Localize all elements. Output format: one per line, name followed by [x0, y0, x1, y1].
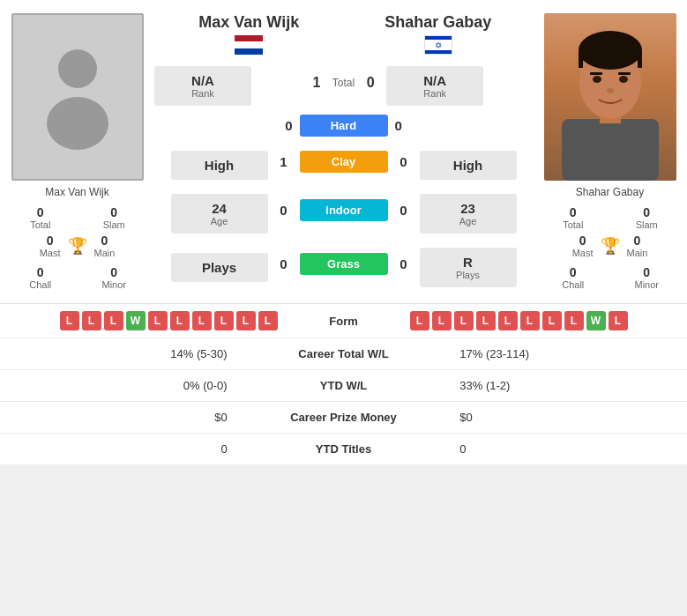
clay-score-left: 1: [275, 154, 293, 169]
hard-right-score-container: 0: [388, 118, 534, 133]
left-career-wl: 14% (5-30): [0, 338, 241, 370]
right-slam-stat: 0 Slam: [616, 205, 679, 230]
right-age-label: Age: [430, 216, 506, 226]
left-rank-value: N/A: [165, 73, 241, 88]
clay-button[interactable]: Clay: [300, 151, 388, 173]
left-age-label: Age: [182, 216, 258, 226]
left-slam-label: Slam: [103, 219, 125, 230]
left-slam-value: 0: [110, 205, 117, 219]
left-plays-box: Plays: [171, 253, 268, 282]
il-flag-bot-stripe: [425, 50, 452, 54]
right-bottom-stats: 0 Chall 0 Minor: [541, 265, 678, 290]
left-total-stat: 0 Total: [9, 205, 72, 230]
left-info-block: N/A Rank: [154, 59, 308, 106]
indoor-button[interactable]: Indoor: [300, 199, 388, 221]
right-player-card: Shahar Gabay 0 Total 0 Slam 0 Mast 🏆: [533, 13, 687, 290]
right-career-wl: 17% (23-114): [446, 338, 687, 370]
left-total-label: Total: [30, 219, 50, 230]
left-rank-label: Rank: [165, 88, 241, 99]
left-player-card: Max Van Wijk 0 Total 0 Slam 0 Mast 🏆: [0, 13, 154, 290]
total-score-label: Total: [332, 77, 355, 89]
left-trophy-row: 0 Mast 🏆 0 Main: [9, 234, 146, 258]
svg-rect-10: [590, 72, 602, 75]
left-form-badge-4: L: [148, 311, 168, 330]
left-minor-stat: 0 Minor: [83, 265, 146, 290]
left-player-big-name: Max Van Wijk: [154, 13, 344, 32]
right-chall-label: Chall: [562, 279, 584, 290]
right-slam-value: 0: [643, 205, 650, 219]
right-age-box: 23 Age: [420, 194, 517, 234]
svg-point-1: [47, 97, 108, 150]
player-names-row: Max Van Wijk Shahar Gabay: [154, 13, 533, 55]
form-section: LLLWLLLLLL Form LLLLLLLLWL: [0, 303, 687, 338]
nl-flag-blue: [235, 48, 263, 55]
left-player-name-label: Max Van Wijk: [45, 186, 108, 198]
right-form-badge-2: L: [454, 311, 474, 330]
right-main-value: 0: [634, 234, 641, 248]
right-plays-container: R Plays: [413, 241, 534, 287]
right-player-name-label: Shahar Gabay: [576, 186, 644, 198]
right-high-container: High: [413, 144, 534, 180]
left-plays-value: Plays: [182, 260, 258, 275]
left-form-badge-5: L: [170, 311, 190, 330]
grass-button[interactable]: Grass: [300, 253, 388, 275]
total-score-center: 1 Total 0: [308, 75, 379, 91]
left-flag-nl: [235, 35, 263, 55]
hard-button[interactable]: Hard: [300, 115, 388, 137]
indoor-score-center: 0 Indoor 0: [275, 199, 413, 221]
left-ytd-wl: 0% (0-0): [0, 370, 241, 402]
hard-score-right: 0: [395, 118, 402, 133]
right-rank-value: N/A: [397, 73, 473, 88]
left-main-label: Main: [94, 248, 116, 258]
right-total-value: 0: [570, 205, 577, 219]
left-high-container: High: [154, 144, 275, 180]
main-container: Max Van Wijk 0 Total 0 Slam 0 Mast 🏆: [0, 0, 687, 464]
clay-score-center: 1 Clay 0: [275, 151, 413, 173]
left-titles: 0: [0, 434, 241, 465]
total-score-row: N/A Rank 1 Total 0 N/A Rank: [154, 59, 533, 106]
left-rank-box: N/A Rank: [154, 66, 251, 106]
left-form-badge-7: L: [214, 311, 234, 330]
indoor-score-left: 0: [275, 203, 293, 218]
left-chall-stat: 0 Chall: [9, 265, 72, 290]
top-section: Max Van Wijk 0 Total 0 Slam 0 Mast 🏆: [0, 0, 687, 303]
left-age-box: 24 Age: [171, 194, 268, 234]
left-minor-value: 0: [110, 265, 117, 279]
right-minor-value: 0: [643, 265, 650, 279]
ytd-wl-label: YTD W/L: [241, 370, 447, 402]
hard-left-score-container: 0: [154, 118, 300, 133]
right-form-badge-7: L: [564, 311, 584, 330]
left-player-stats: 0 Total 0 Slam: [9, 205, 146, 230]
right-form-badge-8: W: [586, 311, 606, 330]
nl-flag-red: [235, 35, 263, 41]
right-plays-value: R: [430, 255, 506, 270]
prize-label: Career Prize Money: [241, 402, 447, 434]
grass-score-left: 0: [275, 256, 293, 271]
grass-score-center: 0 Grass 0: [275, 253, 413, 275]
left-age-value: 24: [182, 201, 258, 216]
right-form-badge-3: L: [476, 311, 496, 330]
clay-score-right: 0: [395, 154, 413, 169]
right-age-value: 23: [430, 201, 506, 216]
right-minor-label: Minor: [634, 279, 659, 290]
hard-row: 0 Hard 0: [154, 115, 533, 137]
right-prize: $0: [446, 402, 687, 434]
right-mast-label: Mast: [572, 248, 594, 258]
right-high-value: High: [430, 158, 506, 173]
left-player-heading: Max Van Wijk: [154, 13, 344, 55]
right-form-badge-6: L: [542, 311, 562, 330]
right-total-stat: 0 Total: [541, 205, 605, 230]
left-form-badge-8: L: [236, 311, 256, 330]
left-mast-value: 0: [47, 234, 54, 248]
career-wl-row: 14% (5-30) Career Total W/L 17% (23-114): [0, 338, 687, 370]
svg-point-9: [619, 76, 628, 83]
right-mast-stat: 0 Mast: [572, 234, 594, 258]
hard-score-left: 0: [285, 118, 292, 133]
clay-row: High 1 Clay 0 High: [154, 144, 533, 180]
left-form-badge-9: L: [258, 311, 278, 330]
left-bottom-stats: 0 Chall 0 Minor: [9, 265, 146, 290]
right-titles: 0: [446, 434, 687, 465]
total-score-left: 1: [308, 75, 325, 91]
right-main-stat: 0 Main: [627, 234, 648, 258]
left-main-stat: 0 Main: [94, 234, 116, 258]
